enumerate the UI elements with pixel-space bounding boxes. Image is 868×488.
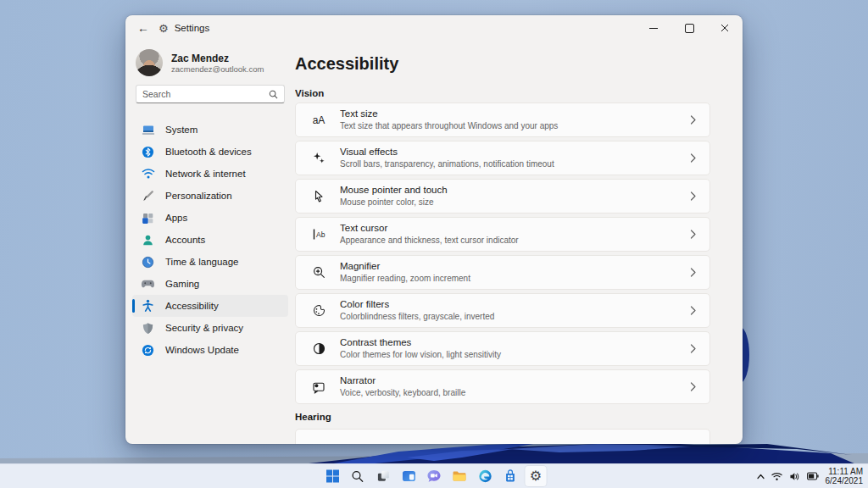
card-subtitle: Voice, verbosity, keyboard, braille [340, 388, 465, 398]
contrast-themes-icon [309, 342, 328, 355]
maximize-button[interactable] [671, 15, 707, 41]
sidebar-item-label: Gaming [165, 279, 199, 289]
taskbar-clock[interactable]: 11:11 AM 6/24/2021 [826, 467, 864, 485]
sidebar-item-label: Windows Update [165, 345, 239, 355]
sidebar-item-apps[interactable]: Apps [132, 207, 288, 229]
chevron-right-icon [690, 115, 696, 125]
sidebar-item-label: Apps [165, 213, 187, 223]
card-contrast-themes[interactable]: Contrast themes Color themes for low vis… [295, 331, 710, 366]
sidebar-item-label: Personalization [165, 191, 232, 201]
volume-icon[interactable] [789, 472, 800, 481]
sidebar-item-label: Accessibility [165, 301, 219, 311]
sidebar-item-windows-update[interactable]: Windows Update [132, 339, 288, 361]
card-subtitle: Appearance and thickness, text cursor in… [340, 236, 519, 246]
card-text-size[interactable]: aA Text size Text size that appears thro… [295, 103, 710, 137]
avatar [136, 49, 163, 76]
color-filters-icon [309, 304, 328, 317]
file-explorer-button[interactable] [449, 466, 470, 486]
settings-gear-icon: ⚙ [159, 23, 169, 34]
personalization-icon [141, 189, 155, 203]
settings-icon: ⚙ [530, 469, 542, 483]
card-subtitle: Color themes for low vision, light sensi… [340, 350, 501, 360]
search-box[interactable] [136, 85, 285, 103]
chevron-right-icon [690, 306, 696, 315]
main-pane: Accessibility Vision aA Text size Text s… [295, 41, 743, 444]
maximize-icon [685, 24, 694, 33]
chevron-up-icon[interactable] [757, 474, 765, 480]
store-button[interactable] [500, 466, 521, 486]
text-cursor-icon: Ab [309, 228, 328, 241]
start-icon [326, 469, 339, 483]
card-color-filters[interactable]: Color filters Colorblindness filters, gr… [295, 293, 710, 328]
search-icon [352, 470, 364, 483]
sidebar-item-security-privacy[interactable]: Security & privacy [132, 317, 288, 339]
card-title: Visual effects [340, 147, 554, 158]
start-button[interactable] [322, 466, 343, 486]
close-button[interactable] [707, 15, 743, 41]
section-label-hearing: Hearing [295, 412, 710, 423]
sidebar-item-personalization[interactable]: Personalization [132, 185, 288, 207]
battery-icon[interactable] [807, 472, 819, 480]
sidebar-item-system[interactable]: System [132, 119, 288, 141]
chat-button[interactable] [424, 466, 445, 486]
sidebar-item-accessibility[interactable]: Accessibility [132, 295, 288, 317]
tray-time: 11:11 AM [826, 467, 864, 476]
sidebar-item-time-language[interactable]: Time & language [132, 251, 288, 273]
card-subtitle: Scroll bars, transparency, animations, n… [340, 159, 554, 169]
sidebar-item-label: System [165, 125, 198, 135]
wifi-icon[interactable] [771, 472, 782, 481]
profile-row[interactable]: Zac Mendez zacmendez@outlook.com [136, 49, 295, 76]
sidebar-item-label: Accounts [165, 235, 205, 245]
shield-icon [141, 321, 155, 336]
edge-icon [478, 469, 492, 483]
profile-name: Zac Mendez [171, 53, 264, 64]
text-size-icon: aA [309, 114, 328, 126]
card-title: Text cursor [340, 223, 519, 234]
widgets-button[interactable] [398, 466, 420, 486]
search-input[interactable] [142, 89, 269, 99]
card-title: Contrast themes [340, 337, 501, 348]
taskbar-search-button[interactable] [348, 466, 369, 486]
visual-effects-icon [309, 152, 328, 164]
wallpaper-bloom-strip [0, 441, 868, 464]
widgets-icon [402, 470, 415, 482]
profile-email: zacmendez@outlook.com [171, 64, 264, 74]
bluetooth-icon [141, 145, 155, 159]
sidebar-item-gaming[interactable]: Gaming [132, 273, 288, 295]
chevron-right-icon [690, 153, 696, 163]
accessibility-icon [141, 299, 155, 313]
edge-browser-button[interactable] [475, 466, 496, 486]
tray-date: 6/24/2021 [826, 476, 864, 485]
narrator-icon [309, 380, 328, 394]
minimize-button[interactable] [636, 15, 671, 41]
back-button[interactable]: ← [137, 22, 149, 34]
minimize-icon [649, 28, 658, 29]
card-title: Text size [340, 108, 558, 119]
gaming-icon [141, 277, 155, 291]
chevron-right-icon [690, 268, 696, 277]
apps-icon [141, 211, 155, 225]
page-title: Accessibility [295, 53, 710, 75]
sidebar: Zac Mendez zacmendez@outlook.com [125, 41, 295, 444]
card-magnifier[interactable]: Magnifier Magnifier reading, zoom increm… [295, 255, 710, 290]
taskbar-settings-button[interactable]: ⚙ [526, 466, 547, 486]
card-narrator[interactable]: Narrator Voice, verbosity, keyboard, bra… [295, 369, 710, 404]
card-partial-clipped[interactable] [295, 429, 710, 444]
sidebar-item-label: Network & internet [165, 169, 246, 179]
task-view-icon [376, 469, 390, 483]
desktop: ← ⚙ Settings Zac Mendez zacmendez@outloo… [0, 0, 868, 488]
card-visual-effects[interactable]: Visual effects Scroll bars, transparency… [295, 141, 710, 175]
window-title: Settings [175, 23, 210, 33]
card-mouse-pointer-touch[interactable]: Mouse pointer and touch Mouse pointer co… [295, 179, 710, 214]
taskbar: ⚙ 11:11 AM 6/24/2021 [0, 463, 868, 488]
svg-text:Ab: Ab [316, 230, 326, 239]
chevron-right-icon [690, 230, 696, 239]
file-explorer-icon [453, 470, 467, 482]
sidebar-item-network-internet[interactable]: Network & internet [132, 163, 288, 185]
window-controls [636, 15, 743, 41]
system-tray: 11:11 AM 6/24/2021 [757, 464, 864, 488]
sidebar-item-accounts[interactable]: Accounts [132, 229, 288, 251]
card-text-cursor[interactable]: Ab Text cursor Appearance and thickness,… [295, 217, 710, 252]
sidebar-item-bluetooth-devices[interactable]: Bluetooth & devices [132, 141, 288, 163]
task-view-button[interactable] [373, 466, 394, 486]
